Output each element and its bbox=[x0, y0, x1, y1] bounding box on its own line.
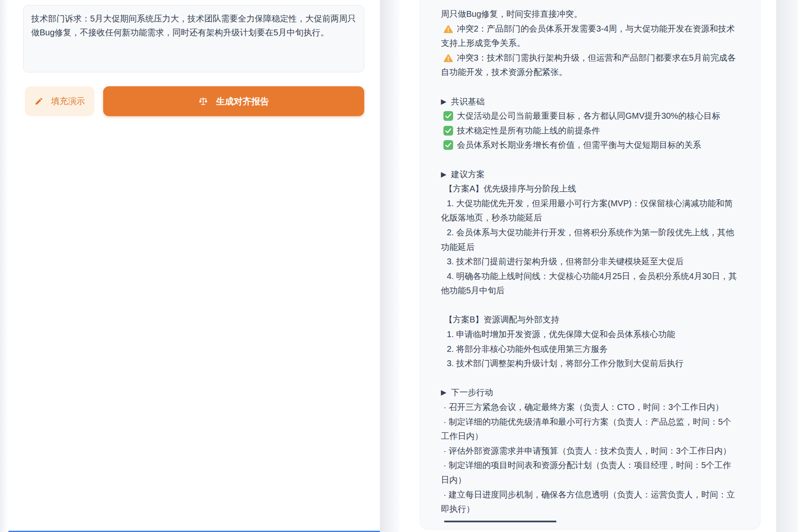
report-line-text: 共识基础 bbox=[451, 97, 485, 106]
arrow-icon: ▶ bbox=[441, 95, 446, 109]
report-line-text: 功能延后 bbox=[441, 242, 475, 252]
report-line: 会员体系对长期业务增长有价值，但需平衡与大促短期目标的关系 bbox=[441, 138, 754, 152]
right-panel: 周只做Bug修复，时间安排直接冲突。冲突2：产品部门的会员体系开发需要3-4周，… bbox=[399, 0, 776, 532]
report-line: · 制定详细的功能优先级清单和最小可行方案（负责人：产品总监，时间：5个 bbox=[441, 415, 754, 429]
report-line-text: 建议方案 bbox=[451, 170, 485, 179]
fill-demo-button[interactable]: 填充演示 bbox=[25, 86, 94, 116]
report-line-text: 支持上形成竞争关系。 bbox=[441, 38, 525, 48]
report-line-text: 他功能5月中旬后 bbox=[441, 286, 504, 295]
panel-gap bbox=[380, 0, 399, 532]
generate-report-button[interactable]: 生成对齐报告 bbox=[103, 86, 364, 116]
report-line-text: 2. 将部分非核心功能外包或使用第三方服务 bbox=[447, 344, 608, 354]
button-row: 填充演示 生成对齐报告 bbox=[8, 86, 380, 116]
report-line: 自功能开发，技术资源分配紧张。 bbox=[441, 65, 754, 80]
report-line-text: 化版落地页，秒杀功能延后 bbox=[441, 213, 542, 222]
right-edge-shadow bbox=[776, 0, 798, 532]
left-panel: 技术部门诉求：5月大促期间系统压力大，技术团队需要全力保障稳定性，大促前两周只做… bbox=[8, 0, 380, 532]
report-line-text: 工作日内） bbox=[441, 431, 483, 441]
report-line: 冲突3：技术部门需执行架构升级，但运营和产品部门都要求在5月前完成各 bbox=[441, 51, 754, 65]
arrow-icon: ▶ bbox=[441, 386, 446, 400]
report-line: · 建立每日进度同步机制，确保各方信息透明（负责人：运营负责人，时间：立 bbox=[441, 487, 754, 502]
report-line-text: · 制定详细的功能优先级清单和最小可行方案（负责人：产品总监，时间：5个 bbox=[443, 417, 731, 426]
report-line-text: 1. 大促功能优先开发，但采用最小可行方案(MVP)：仅保留核心满减功能和简 bbox=[447, 199, 733, 208]
warning-icon bbox=[443, 53, 453, 63]
report-line-text: 冲突2：产品部门的会员体系开发需要3-4周，与大促功能开发在资源和技术 bbox=[457, 24, 735, 33]
report-line-text: · 评估外部资源需求并申请预算（负责人：技术负责人，时间：3个工作日内） bbox=[443, 446, 731, 455]
report-line bbox=[441, 298, 754, 313]
report-line-text: 4. 明确各功能上线时间线：大促核心功能4月25日，会员积分系统4月30日，其 bbox=[447, 271, 737, 281]
report-line-text: 周只做Bug修复，时间安排直接冲突。 bbox=[441, 9, 582, 19]
report-line: ▶共识基础 bbox=[441, 94, 754, 109]
report-line: 1. 申请临时增加开发资源，优先保障大促和会员体系核心功能 bbox=[441, 327, 754, 342]
demand-textarea[interactable]: 技术部门诉求：5月大促期间系统压力大，技术团队需要全力保障稳定性，大促前两周只做… bbox=[23, 5, 364, 72]
report-line: 技术稳定性是所有功能上线的前提条件 bbox=[441, 123, 754, 138]
report-line: 日内） bbox=[441, 473, 754, 487]
report-line: 冲突2：产品部门的会员体系开发需要3-4周，与大促功能开发在资源和技术 bbox=[441, 21, 754, 36]
pencil-icon bbox=[35, 97, 43, 106]
report-line: 即执行） bbox=[441, 502, 754, 516]
report-line: 大促活动是公司当前最重要目标，各方都认同GMV提升30%的核心目标 bbox=[441, 109, 754, 123]
report-line: 支持上形成竞争关系。 bbox=[441, 36, 754, 51]
report-line-text: 即执行） bbox=[441, 504, 475, 513]
check-icon bbox=[443, 126, 453, 136]
arrow-icon: ▶ bbox=[441, 168, 446, 182]
report-line-text: 下一步行动 bbox=[451, 388, 493, 397]
report-line: ▶下一步行动 bbox=[441, 385, 754, 400]
check-icon bbox=[443, 111, 453, 121]
report-divider bbox=[444, 521, 556, 522]
report-line bbox=[441, 371, 754, 386]
report-line: 2. 会员体系与大促功能并行开发，但将积分系统作为第一阶段优先上线，其他 bbox=[441, 225, 754, 240]
report-line-text: 冲突3：技术部门需执行架构升级，但运营和产品部门都要求在5月前完成各 bbox=[457, 53, 736, 62]
report-line bbox=[441, 152, 754, 167]
report-line-text: 3. 技术部门提前进行架构升级，但将部分非关键模块延至大促后 bbox=[447, 257, 683, 266]
report-line-text: 大促活动是公司当前最重要目标，各方都认同GMV提升30%的核心目标 bbox=[457, 111, 721, 120]
report-line: · 召开三方紧急会议，确定最终方案（负责人：CTO，时间：3个工作日内） bbox=[441, 400, 754, 415]
report-line: 工作日内） bbox=[441, 429, 754, 444]
report-line: 化版落地页，秒杀功能延后 bbox=[441, 210, 754, 225]
scale-icon bbox=[198, 96, 208, 106]
report-line-text: 自功能开发，技术资源分配紧张。 bbox=[441, 67, 567, 77]
report-line: ▶建议方案 bbox=[441, 167, 754, 182]
fill-demo-label: 填充演示 bbox=[51, 96, 85, 107]
report-line-text: 会员体系对长期业务增长有价值，但需平衡与大促短期目标的关系 bbox=[457, 140, 701, 149]
report-line-text: · 建立每日进度同步机制，确保各方信息透明（负责人：运营负责人，时间：立 bbox=[443, 490, 735, 499]
report-line: 2. 将部分非核心功能外包或使用第三方服务 bbox=[441, 342, 754, 356]
left-edge-shadow bbox=[0, 0, 8, 532]
report-card: 周只做Bug修复，时间安排直接冲突。冲突2：产品部门的会员体系开发需要3-4周，… bbox=[420, 0, 761, 529]
report-line: · 评估外部资源需求并申请预算（负责人：技术负责人，时间：3个工作日内） bbox=[441, 444, 754, 458]
generate-report-label: 生成对齐报告 bbox=[216, 96, 269, 107]
report-line-text: 日内） bbox=[441, 475, 466, 484]
report-line: · 制定详细的项目时间表和资源分配计划（负责人：项目经理，时间：5个工作 bbox=[441, 458, 754, 473]
check-icon bbox=[443, 140, 453, 150]
report-line: 【方案A】优先级排序与分阶段上线 bbox=[441, 181, 754, 196]
report-line: 周只做Bug修复，时间安排直接冲突。 bbox=[441, 7, 754, 21]
warning-icon bbox=[443, 24, 453, 34]
report-line: 【方案B】资源调配与外部支持 bbox=[441, 312, 754, 327]
report-line: 他功能5月中旬后 bbox=[441, 283, 754, 298]
report-line: 4. 明确各功能上线时间线：大促核心功能4月25日，会员积分系统4月30日，其 bbox=[441, 269, 754, 284]
report-line: 功能延后 bbox=[441, 240, 754, 255]
report-line: 3. 技术部门提前进行架构升级，但将部分非关键模块延至大促后 bbox=[441, 254, 754, 269]
report-lines: 周只做Bug修复，时间安排直接冲突。冲突2：产品部门的会员体系开发需要3-4周，… bbox=[420, 0, 760, 522]
report-line-text: 2. 会员体系与大促功能并行开发，但将积分系统作为第一阶段优先上线，其他 bbox=[447, 228, 734, 237]
report-line: 3. 技术部门调整架构升级计划，将部分工作分散到大促前后执行 bbox=[441, 356, 754, 371]
report-line-text: 【方案B】资源调配与外部支持 bbox=[444, 315, 559, 324]
report-line bbox=[441, 80, 754, 94]
report-line-text: 【方案A】优先级排序与分阶段上线 bbox=[444, 184, 576, 193]
report-line-text: · 召开三方紧急会议，确定最终方案（负责人：CTO，时间：3个工作日内） bbox=[443, 402, 723, 412]
report-line: 1. 大促功能优先开发，但采用最小可行方案(MVP)：仅保留核心满减功能和简 bbox=[441, 196, 754, 211]
report-line-text: 3. 技术部门调整架构升级计划，将部分工作分散到大促前后执行 bbox=[447, 359, 683, 368]
report-line-text: 1. 申请临时增加开发资源，优先保障大促和会员体系核心功能 bbox=[447, 330, 675, 339]
report-line-text: · 制定详细的项目时间表和资源分配计划（负责人：项目经理，时间：5个工作 bbox=[443, 460, 731, 470]
report-line-text: 技术稳定性是所有功能上线的前提条件 bbox=[457, 126, 600, 135]
